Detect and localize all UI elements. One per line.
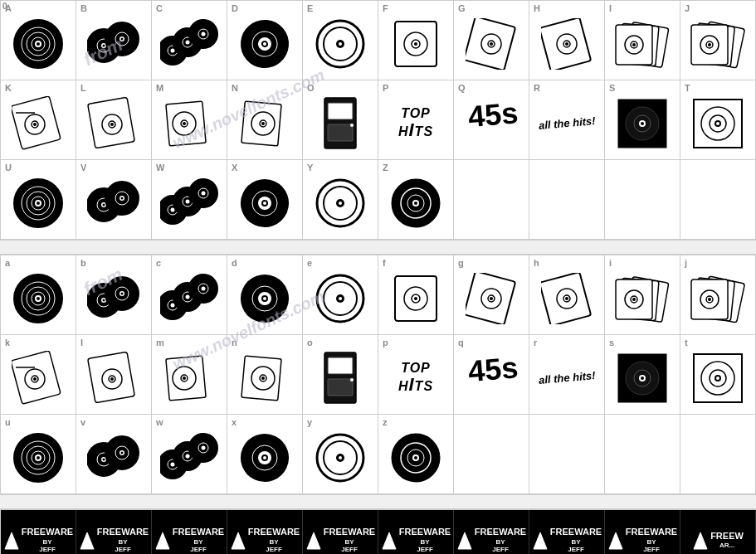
svg-text:45s: 45s	[466, 351, 519, 388]
svg-point-201	[350, 378, 354, 381]
label-o: o	[307, 338, 313, 347]
icon-P: TOP HITS	[378, 80, 453, 159]
svg-point-124	[414, 202, 417, 205]
svg-point-72	[261, 122, 265, 125]
label-k: k	[5, 338, 10, 347]
bottom-cell-6: FREEWAREBYJEFF	[454, 510, 529, 554]
svg-point-232	[186, 454, 190, 458]
cell-Q: Q 45s	[454, 80, 529, 160]
cell-empty3	[605, 160, 680, 240]
svg-marker-254	[307, 532, 320, 549]
svg-point-222	[102, 459, 105, 461]
label-E: E	[307, 3, 313, 13]
label-H: H	[534, 3, 540, 13]
svg-point-22	[202, 32, 206, 36]
label-M: M	[156, 83, 163, 93]
cell-s: s	[605, 335, 680, 415]
cell-k: k	[1, 335, 76, 415]
icon-X	[227, 160, 302, 239]
svg-point-13	[120, 38, 123, 41]
icon-q: 45s	[454, 335, 529, 414]
icon-Z	[378, 160, 453, 239]
svg-point-19	[186, 40, 190, 44]
svg-point-107	[186, 199, 190, 203]
icon-e	[303, 255, 378, 334]
cell-empty-a4	[680, 415, 756, 494]
cell-d: d	[227, 255, 303, 335]
icon-L	[76, 80, 151, 159]
bottom-cell-1: FREEWAREBYJEFF	[76, 510, 152, 554]
cell-X: X	[227, 160, 303, 240]
label-e: e	[307, 258, 312, 268]
cell-c: c	[152, 255, 227, 335]
label-z: z	[383, 417, 388, 427]
freeware-text-0: FREEWARE BY JEFF	[3, 527, 73, 553]
label-D: D	[232, 3, 238, 13]
cell-V: V	[76, 160, 152, 240]
icon-i	[605, 255, 680, 334]
cell-O: O	[303, 80, 378, 160]
label-v: v	[80, 417, 85, 427]
cell-W: W	[152, 160, 227, 240]
cell-u: u	[1, 415, 76, 494]
bottom-row: 0 FREEWARE BY JEFF FREEWAREBYJEFF FRE	[0, 509, 756, 554]
cell-H: H	[529, 1, 605, 80]
svg-text:45s: 45s	[466, 96, 519, 134]
svg-marker-257	[534, 532, 547, 549]
label-N: N	[232, 83, 238, 93]
icon-R: all the hits!	[529, 80, 604, 159]
cell-x: x	[227, 415, 303, 494]
bottom-cell-5: FREEWAREBYJEFF	[378, 510, 454, 554]
cell-r: r all the hits!	[529, 335, 605, 415]
icon-p: TOP HITS	[378, 335, 453, 414]
label-I: I	[609, 3, 612, 13]
svg-marker-250	[5, 532, 18, 549]
cell-D: D	[227, 1, 303, 80]
label-J: J	[685, 3, 690, 13]
label-b: b	[80, 258, 86, 268]
svg-point-174	[632, 298, 636, 301]
label-c: c	[156, 258, 161, 268]
icon-U	[1, 160, 76, 239]
cell-z: z	[378, 415, 454, 494]
svg-point-160	[414, 297, 417, 300]
svg-marker-256	[458, 532, 471, 549]
cell-l: l	[76, 335, 152, 415]
svg-point-141	[171, 303, 175, 307]
icon-x	[227, 415, 302, 493]
svg-point-93	[37, 202, 40, 205]
icon-l	[76, 335, 151, 414]
label-C: C	[156, 3, 163, 13]
cell-n: n	[227, 335, 303, 415]
svg-point-147	[202, 286, 206, 290]
svg-point-144	[186, 294, 190, 299]
bottom-cell-7: FREEWAREBYJEFF	[529, 510, 605, 554]
label-g: g	[458, 258, 464, 268]
bottom-cell-8: FREEWAREBYJEFF	[605, 510, 680, 554]
icon-y	[303, 415, 378, 493]
icon-z	[378, 415, 453, 493]
label-s: s	[609, 338, 614, 347]
svg-point-59	[33, 123, 37, 126]
section-divider-2	[0, 494, 756, 509]
svg-point-97	[102, 204, 105, 207]
label-W: W	[156, 163, 164, 173]
svg-point-49	[632, 43, 636, 46]
cell-C: C	[152, 1, 227, 80]
svg-point-5	[37, 42, 40, 46]
cell-b: b	[76, 255, 152, 335]
label-p: p	[383, 338, 388, 347]
svg-point-235	[202, 445, 206, 450]
icon-J	[680, 1, 755, 80]
cell-A: A	[1, 1, 76, 80]
label-T: T	[685, 83, 690, 93]
freeware-text-8: FREEWAREBYJEFF	[607, 527, 677, 553]
cell-p: p TOP HITS	[378, 335, 454, 415]
freeware-text-9: FREEWAR...	[692, 531, 744, 551]
svg-point-138	[120, 293, 123, 295]
cell-S: S	[605, 80, 680, 160]
cell-i: i	[605, 255, 680, 335]
icon-c	[152, 255, 227, 334]
icon-a	[1, 255, 76, 334]
label-P: P	[383, 83, 388, 93]
